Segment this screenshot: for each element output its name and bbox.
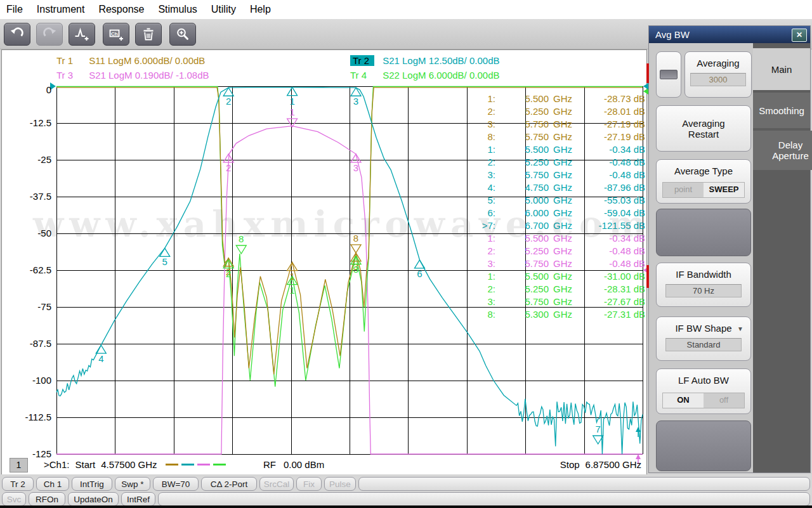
marker-number: 3: bbox=[476, 118, 495, 131]
marker-frequency-unit: GHz bbox=[549, 245, 577, 257]
marker-label: 3 bbox=[353, 96, 358, 107]
trace-label-tr2[interactable]: Tr 2 S21 LogM 12.50dB/ 0.00dB bbox=[350, 55, 499, 66]
softkey-inttrig[interactable]: IntTrig bbox=[72, 477, 112, 491]
average-type-option-point[interactable]: point bbox=[663, 183, 704, 197]
marker-readout-row: 1:5.500GHz-0.34 dB bbox=[476, 143, 645, 156]
lf-auto-bw-option-on[interactable]: ON bbox=[663, 393, 704, 408]
marker-label: 6 bbox=[417, 268, 422, 279]
marker-frequency-unit: GHz bbox=[549, 93, 577, 105]
averaging-value[interactable]: 3000 bbox=[690, 73, 746, 86]
averaging-restart-button[interactable]: Averaging Restart bbox=[656, 105, 751, 152]
y-axis-tick-label: -100 bbox=[18, 375, 51, 386]
marker-label: 7 bbox=[596, 424, 601, 434]
channel-status-bar: 1 >Ch1: Start 4.57500 GHz RF 0.00 dBm St… bbox=[2, 456, 646, 474]
marker-frequency: 5.250 bbox=[495, 105, 549, 118]
trace-label-tr1[interactable]: Tr 1 S11 LogM 6.000dB/ 0.00dB bbox=[56, 55, 205, 66]
marker-readout-row: 1:5.500GHz-0.34 dB bbox=[476, 232, 645, 245]
if-bandwidth-value[interactable]: 70 Hz bbox=[665, 284, 742, 297]
channel-info: >Ch1: Start 4.57500 GHz bbox=[44, 459, 226, 470]
tab-smoothing[interactable]: Smoothing bbox=[753, 93, 810, 128]
lf-auto-bw-button[interactable]: LF Auto BW ON off bbox=[656, 368, 751, 414]
offscale-arrow-teal-head bbox=[636, 427, 641, 432]
marker-value: -27.19 dB bbox=[577, 118, 645, 131]
softkey-updateon[interactable]: UpdateOn bbox=[68, 492, 119, 506]
trace-format: S21 LogM 0.190dB/ -1.08dB bbox=[89, 70, 209, 81]
softkey-srccal: SrcCal bbox=[259, 477, 294, 491]
marker-readout-row: 3:5.750GHz-0.48 dB bbox=[476, 257, 645, 270]
softkey-bw-70[interactable]: BW=70 bbox=[153, 477, 199, 491]
softkey-swp-[interactable]: Swp * bbox=[115, 477, 150, 491]
softkey-c-2-port[interactable]: CΔ 2-Port bbox=[201, 477, 257, 491]
marker-number: 1: bbox=[476, 93, 495, 105]
marker-frequency: 6.000 bbox=[495, 207, 549, 219]
marker-symbol bbox=[287, 88, 298, 96]
lf-auto-bw-option-off[interactable]: off bbox=[704, 393, 744, 408]
start-value: 4.57500 GHz bbox=[101, 459, 157, 470]
menu-item-instrument[interactable]: Instrument bbox=[37, 4, 85, 15]
tab-main[interactable]: Main bbox=[753, 48, 810, 90]
if-bw-shape-button[interactable]: IF BW Shape ▼ Standard bbox=[656, 316, 751, 361]
menu-item-help[interactable]: Help bbox=[250, 4, 271, 15]
rf-power-info: RF 0.00 dBm bbox=[263, 459, 324, 470]
undo-button[interactable] bbox=[4, 23, 30, 46]
marker-value: -0.48 dB bbox=[577, 169, 645, 181]
marker-readout-row: 2:5.250GHz-28.31 dB bbox=[476, 283, 645, 296]
softkey-ch-1[interactable]: Ch 1 bbox=[36, 477, 69, 491]
marker-frequency-unit: GHz bbox=[549, 283, 577, 296]
marker-frequency-unit: GHz bbox=[549, 156, 577, 169]
average-type-option-sweep[interactable]: SWEEP bbox=[704, 183, 744, 197]
y-axis-tick-label: -62.5 bbox=[18, 264, 51, 276]
marker-frequency: 5.500 bbox=[495, 143, 549, 156]
marker-frequency-unit: GHz bbox=[549, 194, 577, 207]
trace-label-tr3[interactable]: Tr 3 S21 LogM 0.190dB/ -1.08dB bbox=[56, 70, 209, 81]
marker-label: 8 bbox=[353, 233, 358, 244]
marker-frequency-unit: GHz bbox=[549, 143, 577, 156]
marker-value: -59.04 dB bbox=[577, 207, 645, 219]
marker-readout-row: 3:5.750GHz-27.19 dB bbox=[476, 118, 645, 131]
averaging-button[interactable]: Averaging 3000 bbox=[684, 51, 752, 98]
marker-frequency-unit: GHz bbox=[549, 270, 577, 283]
add-trace-button[interactable] bbox=[69, 23, 95, 46]
y-axis-tick-label: -12.5 bbox=[18, 117, 51, 129]
trace-id[interactable]: Tr 1 bbox=[56, 55, 81, 66]
if-bandwidth-button[interactable]: IF Bandwidth 70 Hz bbox=[656, 263, 751, 307]
add-channel-button[interactable]: Ch bbox=[103, 23, 129, 46]
close-icon[interactable]: ✕ bbox=[792, 29, 807, 42]
zoom-button[interactable] bbox=[169, 23, 196, 46]
marker-number: 8: bbox=[476, 308, 495, 321]
trace-id[interactable]: Tr 2 bbox=[350, 55, 374, 66]
y-axis-tick-label: -25 bbox=[18, 154, 51, 166]
marker-number: 2: bbox=[476, 105, 495, 118]
lf-auto-bw-segmented: ON off bbox=[662, 393, 745, 408]
menu-item-file[interactable]: File bbox=[6, 4, 23, 15]
trace-id[interactable]: Tr 4 bbox=[350, 70, 374, 81]
softkey-tr-2[interactable]: Tr 2 bbox=[2, 477, 34, 491]
marker-label: 1 bbox=[289, 107, 294, 117]
average-type-button[interactable]: Average Type point SWEEP bbox=[656, 159, 751, 204]
tab-delay-aperture[interactable]: Delay Aperture bbox=[753, 131, 812, 170]
stop-label: Stop bbox=[560, 459, 580, 470]
marker-number: 2: bbox=[476, 245, 495, 257]
blank-softbutton-1 bbox=[656, 209, 751, 256]
if-bw-shape-value[interactable]: Standard bbox=[665, 338, 742, 351]
menu-item-utility[interactable]: Utility bbox=[211, 4, 236, 15]
softkey-intref[interactable]: IntRef bbox=[121, 492, 155, 506]
softkey-bar: Tr 2Ch 1IntTrigSwp *BW=70CΔ 2-PortSrcCal… bbox=[0, 474, 812, 505]
trace-label-tr4[interactable]: Tr 4 S22 LogM 6.000dB/ 0.00dB bbox=[350, 70, 499, 81]
bottom-border bbox=[0, 505, 812, 508]
softkey-blank bbox=[358, 477, 810, 491]
menu-item-response[interactable]: Response bbox=[98, 4, 144, 15]
averaging-toggle-button[interactable] bbox=[656, 51, 681, 98]
marker-frequency: 5.500 bbox=[495, 270, 549, 283]
marker-number: 1: bbox=[476, 232, 495, 245]
menu-item-stimulus[interactable]: Stimulus bbox=[158, 4, 197, 15]
chevron-down-icon: ▼ bbox=[737, 325, 743, 332]
trace-id[interactable]: Tr 3 bbox=[56, 70, 81, 81]
panel-title: Avg BW bbox=[649, 26, 810, 43]
delete-trace-button[interactable] bbox=[135, 23, 162, 46]
channel-tab[interactable]: 1 bbox=[10, 458, 28, 472]
marker-label: 3 bbox=[353, 264, 358, 275]
softkey-rfon[interactable]: RFOn bbox=[29, 492, 65, 506]
marker-value: -0.34 dB bbox=[577, 232, 645, 245]
marker-readout-row: 4:4.750GHz-87.96 dB bbox=[476, 181, 645, 194]
